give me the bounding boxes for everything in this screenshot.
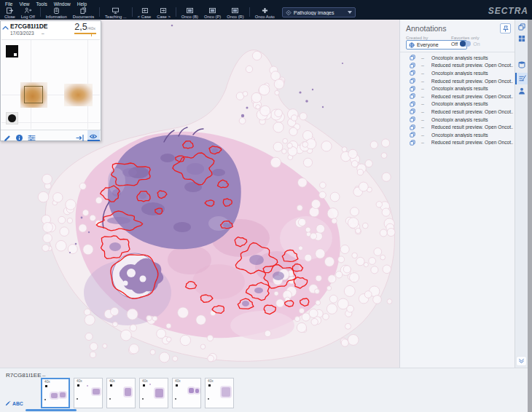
tissue-speck [222,387,230,397]
annotation-list-item[interactable]: –Oncotopix analysis results [400,54,513,62]
toggle-knob [460,41,466,47]
annotation-list-item[interactable]: –Oncotopix analysis results [400,84,513,92]
toolbar-separator [132,7,133,17]
annotation-list-item[interactable]: –Oncotopix analysis results [400,131,513,139]
chevron-up-icon[interactable] [2,25,9,30]
menu-help[interactable]: Help [75,1,91,7]
favorites-toggle[interactable] [460,41,471,47]
previous-case-button[interactable]: < Case [135,7,154,19]
stain-label: ABC [12,401,23,406]
marker-square [110,384,112,387]
marker-square [176,384,178,387]
annotation-layers-icon [410,70,415,76]
user-icon[interactable] [518,87,525,95]
annotations-list: –Oncotopix analysis results –Reduced res… [400,54,513,146]
horizontal-scrollbar-thumb[interactable] [26,409,77,411]
favorites-only-label: Favorites only [451,35,480,40]
visibility-button[interactable] [87,130,100,141]
annotation-list-item[interactable]: –Reduced result preview. Open Oncot... [400,123,513,131]
filmstrip-thumb[interactable]: 40x [106,378,136,408]
tissue-speck [93,389,100,395]
annotations-panel: Annotations Created by Favorites only Ev… [399,20,515,368]
menu-file[interactable]: File [3,1,17,7]
tissue-speck [195,389,199,393]
marker-dot [175,398,176,400]
filmstrip-thumb[interactable]: 40x [139,378,168,408]
information-button[interactable]: Information [43,7,70,19]
overview-thumb-macro-black[interactable] [6,45,18,58]
pin-panel-button[interactable] [500,23,511,33]
tissue-speck [189,388,194,393]
annotation-layers-icon [410,55,415,60]
filmstrip-thumb[interactable]: 40x [172,378,201,408]
marker-square [45,385,47,387]
annotation-list-item[interactable]: –Oncotopix analysis results [400,116,513,124]
slide-viewport[interactable]: E7CG81I1DE 17/03/2023 – 2,5/40x [0,20,399,368]
documents-button[interactable]: Documents [70,7,97,19]
annotation-layers-icon [410,124,415,130]
overview-date: 17/03/2023 [10,31,34,36]
overview-panel: E7CG81I1DE 17/03/2023 – 2,5/40x [0,20,101,141]
stain-label-chip[interactable]: ABC [5,400,23,406]
marker-dot [208,398,209,400]
overview-map[interactable] [1,39,100,129]
menu-view[interactable]: View [17,1,34,7]
close-button[interactable]: Close [1,7,18,19]
log-off-icon [24,7,32,14]
sliders-icon [28,134,36,142]
toggle-on-label: On [473,41,480,47]
zoom-underline [74,33,96,34]
info-button[interactable] [15,132,23,140]
filmstrip-thumb[interactable]: 40x [74,378,103,408]
annotations-tab-selected[interactable] [515,73,528,84]
filmstrip-thumb-selected[interactable]: 40x [41,378,70,408]
marker-square [208,384,211,387]
tissue-speck [60,392,66,397]
teaching-button[interactable]: Teaching ... [102,7,130,19]
overview-thumb-tissue-2[interactable] [64,84,93,106]
log-off-button[interactable]: Log Off [18,7,38,19]
toggle-off-label: Off [451,41,458,47]
onco-r-button[interactable]: Onco (R) [224,7,247,19]
filmstrip-thumb[interactable]: 40x [205,378,234,408]
flip-button[interactable] [76,132,84,140]
annotation-list-item[interactable]: –Reduced result preview. Open Oncot... [400,77,513,85]
overview-toolbar [1,130,101,140]
collapse-panel-button[interactable] [516,356,527,366]
next-case-icon [160,7,168,14]
annotation-layers-icon [410,78,415,84]
layers-stack-icon[interactable] [518,61,525,68]
annotation-list-item[interactable]: –Oncotopix analysis results [400,100,513,108]
overview-date-dash: – [42,31,44,36]
eye-icon [89,132,98,140]
annotation-list-item[interactable]: –Reduced result preview. Open Oncot... [400,62,513,70]
toolbar-separator [99,7,100,17]
annotation-list-item[interactable]: –Reduced result preview. Open Oncot... [400,108,513,116]
annotation-list-item[interactable]: –Reduced result preview. Open Oncot... [400,92,513,100]
annotation-list-item[interactable]: –Reduced result preview. Open Oncot... [400,139,513,147]
annotation-layers-icon [410,93,415,99]
onco-auto-button[interactable]: Onco Auto [252,7,278,19]
zoom-level: 2,5/40x [74,22,95,32]
annotation-layers-icon [410,140,415,146]
adjustments-button[interactable] [28,132,36,140]
filmstrip-thumbs: 40x 40x 40x 40x [41,378,234,408]
onco-b-button[interactable]: Onco (B) [179,7,201,19]
marker-square [77,384,79,387]
toolbar: Close Log Off Information Documents Teac… [1,7,356,20]
close-case-icon [6,7,14,14]
annotate-pen-button[interactable] [4,132,12,140]
overview-slide-id: E7CG81I1DE [10,23,48,30]
layout-select[interactable]: Pathology images [282,7,356,17]
title-toolbar-area: File View Tools Window Help Close Log Of… [0,0,532,20]
menu-window[interactable]: Window [52,1,75,7]
overview-selection-rect[interactable] [24,86,43,103]
menu-tools[interactable]: Tools [34,1,51,7]
annotation-layers-icon [410,116,415,122]
layouts-icon[interactable] [518,23,525,31]
thumbnail-grid-icon[interactable] [518,35,525,42]
overview-thumb-label-circle[interactable] [6,112,18,124]
next-case-button[interactable]: Case > [154,7,173,19]
onco-p-button[interactable]: Onco (P) [201,7,224,19]
annotation-list-item[interactable]: –Oncotopix analysis results [400,69,513,77]
